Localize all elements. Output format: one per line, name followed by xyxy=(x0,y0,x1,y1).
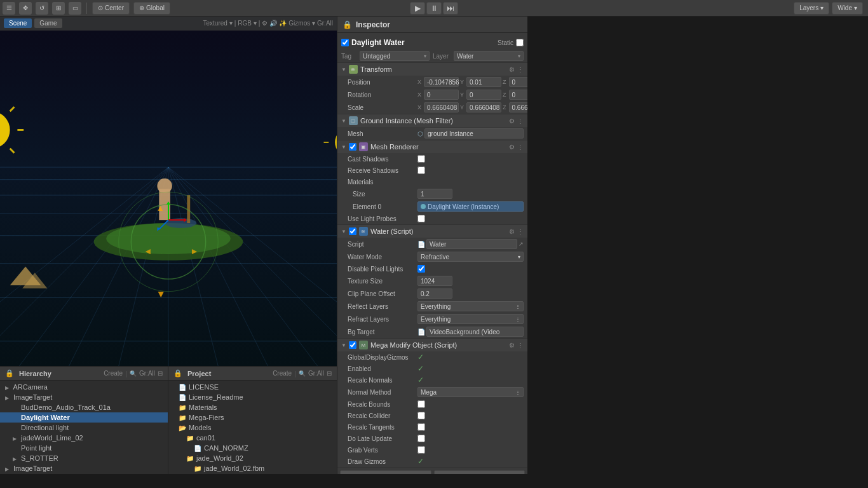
clip-plane-field[interactable]: 0.2 xyxy=(417,288,452,299)
tree-item-dirlight[interactable]: Directional light xyxy=(0,423,168,433)
hierarchy-create[interactable]: Create xyxy=(104,370,123,377)
transform-menu[interactable]: ⋮ xyxy=(517,66,524,73)
mega-checkbox[interactable] xyxy=(349,341,356,349)
hierarchy-collapse[interactable]: ⊟ xyxy=(158,370,163,377)
project-all[interactable]: Gr:All xyxy=(308,370,324,377)
tree-item-imagetarget1[interactable]: ▶ ImageTarget xyxy=(0,392,168,402)
mesh-field[interactable]: ground Instance xyxy=(424,128,524,139)
static-checkbox[interactable] xyxy=(516,39,524,46)
tool-rect[interactable]: ▭ xyxy=(69,2,81,15)
proj-license-readme[interactable]: 📄 License_Readme xyxy=(168,392,337,402)
pos-x-field[interactable]: -0.1047856 xyxy=(424,77,459,87)
light-probes-checkbox[interactable] xyxy=(417,215,425,222)
proj-license[interactable]: 📄 LICENSE xyxy=(168,382,337,392)
scale-x-label: X xyxy=(417,104,421,111)
recalc-tangents-checkbox[interactable] xyxy=(417,423,425,431)
proj-megafiers[interactable]: 📁 Mega-Fiers xyxy=(168,412,337,423)
object-enabled-checkbox[interactable] xyxy=(341,39,349,46)
reflect-layers-dropdown[interactable]: Everything ⋮ xyxy=(417,301,524,311)
tree-item-jadeworld[interactable]: ▶ jadeWorld_Lime_02 xyxy=(0,433,168,443)
script-field[interactable]: Water xyxy=(426,239,517,249)
meshrenderer-settings[interactable]: ⚙ xyxy=(509,144,515,151)
scale-x-field[interactable]: 0.6660408 xyxy=(424,102,459,112)
tool-scale[interactable]: ⊞ xyxy=(52,2,65,15)
rot-x-field[interactable]: 0 xyxy=(424,90,459,100)
layer-value-field[interactable]: Water ▾ xyxy=(454,51,524,61)
texture-size-field[interactable]: 1024 xyxy=(417,276,452,286)
grab-verts-checkbox[interactable] xyxy=(417,446,425,454)
hierarchy-all[interactable]: Gr:All xyxy=(139,370,155,377)
texture-size-row: Texture Size 1024 xyxy=(337,274,527,287)
waterscript-header[interactable]: ▼ ≋ Water (Script) ⚙ ⋮ xyxy=(337,224,527,238)
tree-item-srotter[interactable]: ▶ S_ROTTER xyxy=(0,453,168,463)
waterscript-checkbox[interactable] xyxy=(349,227,356,235)
tree-item-janehirez1[interactable]: ▶ Jane_HIREZ_01 xyxy=(0,473,168,474)
recalc-collider-checkbox[interactable] xyxy=(417,412,425,419)
tree-item-daylightwater[interactable]: Daylight Water xyxy=(0,412,168,423)
scale-z-field[interactable]: 0.6660408 xyxy=(509,102,527,112)
meshrenderer-menu[interactable]: ⋮ xyxy=(517,144,524,151)
tree-item-pointlight[interactable]: Point light xyxy=(0,443,168,453)
meshrenderer-checkbox[interactable] xyxy=(349,143,356,151)
tree-item-imagetarget2[interactable]: ▶ ImageTarget xyxy=(0,463,168,473)
tree-item-buddemo[interactable]: BudDemo_Audio_Track_01a xyxy=(0,402,168,412)
pivot-btn[interactable]: ⊙ Center xyxy=(92,2,130,15)
transform-header[interactable]: ▼ ⊕ Transform ⚙ ⋮ xyxy=(337,62,527,76)
proj-can01[interactable]: 📁 can01 xyxy=(168,433,337,443)
cast-shadows-checkbox[interactable] xyxy=(417,155,425,163)
disable-pixel-checkbox[interactable] xyxy=(417,265,425,273)
mega-settings[interactable]: ⚙ xyxy=(509,342,515,349)
tool-move[interactable]: ✥ xyxy=(19,2,32,15)
mega-menu[interactable]: ⋮ xyxy=(517,342,524,349)
meshrenderer-header[interactable]: ▼ ▣ Mesh Renderer ⚙ ⋮ xyxy=(337,140,527,153)
waterscript-settings[interactable]: ⚙ xyxy=(509,228,515,235)
normal-method-dropdown[interactable]: Mega ⋮ xyxy=(417,387,524,397)
project-search[interactable]: 🔍 xyxy=(299,370,306,377)
scale-y-field[interactable]: 0.6660408 xyxy=(466,102,501,112)
waterscript-menu[interactable]: ⋮ xyxy=(517,228,524,235)
proj-models[interactable]: 📂 Models xyxy=(168,423,337,433)
meshfilter-settings[interactable]: ⚙ xyxy=(509,118,515,125)
recalc-bounds-checkbox[interactable] xyxy=(417,400,425,408)
do-late-update-checkbox[interactable] xyxy=(417,435,425,442)
size-field[interactable]: 1 xyxy=(417,189,452,199)
layers-dropdown[interactable]: Layers ▾ xyxy=(794,2,829,15)
bg-target-field[interactable]: VideoBackground (Video xyxy=(426,327,524,337)
project-create[interactable]: Create xyxy=(273,370,292,377)
hierarchy-search[interactable]: 🔍 xyxy=(130,370,137,377)
project-collapse[interactable]: ⊟ xyxy=(327,370,332,377)
pause-button[interactable]: ⏸ xyxy=(426,2,442,15)
copy-hierarchy-btn[interactable]: Copy Hierarchy xyxy=(434,470,526,474)
pos-z-field[interactable]: 0 xyxy=(509,77,527,87)
transform-settings[interactable]: ⚙ xyxy=(509,66,515,73)
proj-materials[interactable]: 📁 Materials xyxy=(168,402,337,412)
rot-y-field[interactable]: 0 xyxy=(466,90,501,100)
play-button[interactable]: ▶ xyxy=(410,2,425,15)
mega-header[interactable]: ▼ M Mega Modify Object (Script) ⚙ ⋮ xyxy=(337,338,527,351)
pos-y-field[interactable]: 0.01 xyxy=(466,77,501,87)
copy-object-btn[interactable]: Copy Object xyxy=(340,470,431,474)
rot-z-field[interactable]: 0 xyxy=(509,90,527,100)
tool-rotate[interactable]: ↺ xyxy=(36,2,48,15)
proj-jadeworldlime01[interactable]: 📁 jadeWorld_Lime_01 xyxy=(168,473,337,474)
gizmos-btn[interactable]: Gizmos ▾ xyxy=(288,20,315,27)
proj-jade-world02[interactable]: 📁 jade_World_02 xyxy=(168,453,337,463)
scene-tab[interactable]: Scene xyxy=(4,18,32,28)
layout-dropdown[interactable]: Wide ▾ xyxy=(832,2,863,15)
viewport[interactable]: Scene Game Textured ▾ | RGB ▾ | ⚙ 🔊 ✨ Gi… xyxy=(0,17,337,366)
meshfilter-header[interactable]: ▼ ⬡ Ground Instance (Mesh Filter) ⚙ ⋮ xyxy=(337,114,527,127)
proj-jade-world02-fbm[interactable]: 📁 jade_World_02.fbm xyxy=(168,463,337,473)
receive-shadows-checkbox[interactable] xyxy=(417,166,425,174)
refract-layers-dropdown[interactable]: Everything ⋮ xyxy=(417,314,524,324)
water-mode-dropdown[interactable]: Refractive ▾ xyxy=(417,252,524,262)
tree-item-arcamera[interactable]: ▶ ARCamera xyxy=(0,382,168,392)
jadeworld-arrow: ▶ xyxy=(13,436,19,442)
tool-hand[interactable]: ☰ xyxy=(3,2,15,15)
tag-value-field[interactable]: Untagged ▾ xyxy=(360,51,430,61)
step-button[interactable]: ⏭ xyxy=(443,2,458,15)
meshfilter-menu[interactable]: ⋮ xyxy=(517,118,524,125)
game-tab[interactable]: Game xyxy=(34,18,62,28)
element0-field[interactable]: Daylight Water (Instance) xyxy=(417,201,524,212)
space-btn[interactable]: ⊕ Global xyxy=(133,2,170,15)
proj-can-normz[interactable]: 📄 CAN_NORMZ xyxy=(168,443,337,453)
